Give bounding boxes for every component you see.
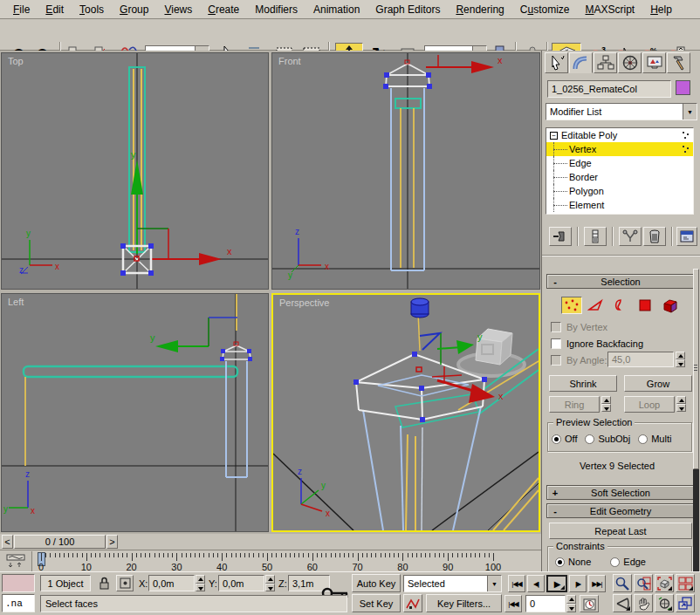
- subobject-border-button[interactable]: [610, 297, 631, 314]
- subobject-element-button[interactable]: [659, 297, 682, 314]
- by-angle-spinner[interactable]: [676, 352, 685, 367]
- scrollbar-thumb[interactable]: [693, 269, 699, 469]
- by-angle-row[interactable]: By Angle:: [551, 354, 607, 366]
- auto-key-button[interactable]: Auto Key: [352, 574, 401, 592]
- configure-modifier-sets-button[interactable]: [676, 227, 697, 246]
- by-vertex-checkbox[interactable]: [551, 322, 561, 332]
- ring-button[interactable]: Ring: [549, 396, 600, 413]
- tab-utilities[interactable]: [667, 52, 690, 73]
- tab-motion[interactable]: [618, 52, 642, 73]
- field-of-view-button[interactable]: [613, 594, 632, 612]
- goto-start-button[interactable]: |◀◀: [508, 575, 525, 592]
- x-coord-spinner[interactable]: [196, 575, 205, 591]
- viewport-front[interactable]: x z x y Front: [271, 52, 540, 290]
- grow-button[interactable]: Grow: [624, 375, 692, 392]
- constraint-edge[interactable]: Edge: [610, 557, 646, 567]
- menu-modifiers[interactable]: Modifiers: [247, 1, 305, 18]
- track-bar-ruler[interactable]: 0102030405060708090100: [31, 551, 541, 572]
- preview-subobj-radio[interactable]: [585, 434, 594, 444]
- viewport-top-label[interactable]: Top: [8, 56, 24, 66]
- tab-modify[interactable]: [569, 52, 593, 73]
- time-slider-next-button[interactable]: >: [106, 535, 118, 549]
- loop-spinner[interactable]: [676, 396, 686, 412]
- time-configuration-button[interactable]: [580, 595, 599, 612]
- default-tangents-button[interactable]: [403, 594, 422, 612]
- tab-display[interactable]: [642, 52, 666, 73]
- key-mode-dropdown[interactable]: Selected ▼: [403, 575, 502, 592]
- stack-item-editable-poly[interactable]: − Editable Poly: [546, 128, 693, 142]
- key-filters-button[interactable]: Key Filters...: [426, 594, 502, 612]
- y-coord-field[interactable]: 0,0m: [218, 575, 264, 591]
- ignore-backfacing-checkbox-row[interactable]: Ignore Backfacing: [551, 338, 643, 350]
- menu-group[interactable]: Group: [112, 1, 156, 18]
- by-vertex-checkbox-row[interactable]: By Vertex: [551, 321, 607, 333]
- time-slider-value[interactable]: 0 / 100: [14, 535, 106, 549]
- previous-frame-button[interactable]: ◀|: [527, 575, 545, 592]
- object-name-field[interactable]: 1_0256_RemateCol: [547, 80, 671, 98]
- menu-help[interactable]: Help: [642, 1, 680, 18]
- ring-spinner[interactable]: [601, 396, 611, 412]
- by-angle-field[interactable]: 45,0: [607, 352, 674, 367]
- viewport-left[interactable]: y z y x Left: [1, 293, 269, 532]
- frame-spinner[interactable]: [566, 595, 576, 612]
- remove-modifier-button[interactable]: [643, 227, 666, 246]
- menu-customize[interactable]: Customize: [512, 1, 578, 18]
- y-coord-spinner[interactable]: [265, 575, 275, 591]
- viewport-perspective[interactable]: y x z y x Perspective: [271, 293, 540, 532]
- current-frame-field[interactable]: 0: [525, 595, 566, 612]
- next-frame-button[interactable]: |▶: [569, 575, 587, 592]
- pin-stack-button[interactable]: [549, 227, 572, 246]
- menu-create[interactable]: Create: [200, 1, 247, 18]
- menu-animation[interactable]: Animation: [305, 1, 367, 18]
- rollout-selection-header[interactable]: - Selection: [546, 274, 695, 289]
- mini-listener-macro-line[interactable]: [2, 574, 35, 592]
- menu-tools[interactable]: Tools: [72, 1, 112, 18]
- menu-file[interactable]: File: [5, 1, 38, 18]
- tab-create[interactable]: [545, 52, 568, 73]
- shrink-button[interactable]: Shrink: [549, 375, 617, 392]
- subobject-polygon-button[interactable]: [635, 297, 655, 314]
- stack-item-edge[interactable]: Edge: [546, 156, 693, 170]
- x-coord-field[interactable]: 0,0m: [148, 575, 195, 591]
- zoom-extents-button[interactable]: [655, 574, 674, 592]
- open-mini-curve-editor-button[interactable]: [3, 552, 29, 570]
- set-key-button[interactable]: Set Key: [352, 594, 401, 612]
- zoom-extents-all-button[interactable]: [676, 574, 695, 592]
- menu-edit[interactable]: Edit: [38, 1, 72, 18]
- command-panel-scrollbar[interactable]: [693, 269, 699, 574]
- make-unique-button[interactable]: [619, 227, 642, 246]
- constraint-edge-radio[interactable]: [610, 557, 620, 567]
- previous-key-button[interactable]: |◀◀: [504, 595, 522, 612]
- arc-rotate-button[interactable]: [655, 594, 674, 612]
- pan-button[interactable]: [634, 594, 653, 612]
- stack-item-border[interactable]: Border: [546, 170, 693, 184]
- menu-graph-editors[interactable]: Graph Editors: [367, 1, 448, 18]
- stack-item-polygon[interactable]: Polygon: [546, 184, 693, 198]
- min-max-toggle-button[interactable]: [676, 594, 695, 612]
- ignore-backfacing-checkbox[interactable]: [551, 338, 561, 349]
- mini-listener-script-line[interactable]: .na: [2, 594, 35, 612]
- stack-item-element[interactable]: Element: [546, 198, 693, 212]
- tab-hierarchy[interactable]: [594, 52, 617, 73]
- viewport-front-label[interactable]: Front: [278, 56, 301, 66]
- menu-views[interactable]: Views: [156, 1, 200, 18]
- key-mode-arrow[interactable]: ▼: [487, 576, 501, 591]
- preview-off-radio[interactable]: [552, 434, 561, 444]
- selection-lock-toggle[interactable]: [96, 575, 112, 591]
- collapse-tree-icon[interactable]: −: [550, 132, 558, 140]
- subobject-edge-button[interactable]: [586, 297, 607, 314]
- viewport-top[interactable]: y x y x z Top: [1, 52, 269, 290]
- object-color-swatch[interactable]: [676, 80, 690, 95]
- menu-maxscript[interactable]: MAXScript: [578, 1, 643, 18]
- viewport-left-label[interactable]: Left: [8, 297, 24, 307]
- repeat-last-button[interactable]: Repeat Last: [549, 523, 692, 539]
- menu-rendering[interactable]: Rendering: [448, 1, 511, 18]
- rollout-edit-geometry-header[interactable]: - Edit Geometry: [546, 503, 695, 518]
- goto-end-button[interactable]: ▶▶|: [588, 575, 606, 592]
- subobject-vertex-button[interactable]: [561, 297, 582, 314]
- preview-multi-radio[interactable]: [638, 434, 648, 444]
- zoom-button[interactable]: [613, 574, 632, 592]
- modifier-list-dropdown[interactable]: Modifier List ▼: [546, 103, 697, 120]
- loop-button[interactable]: Loop: [624, 396, 675, 413]
- rollout-soft-selection-header[interactable]: + Soft Selection: [546, 485, 695, 500]
